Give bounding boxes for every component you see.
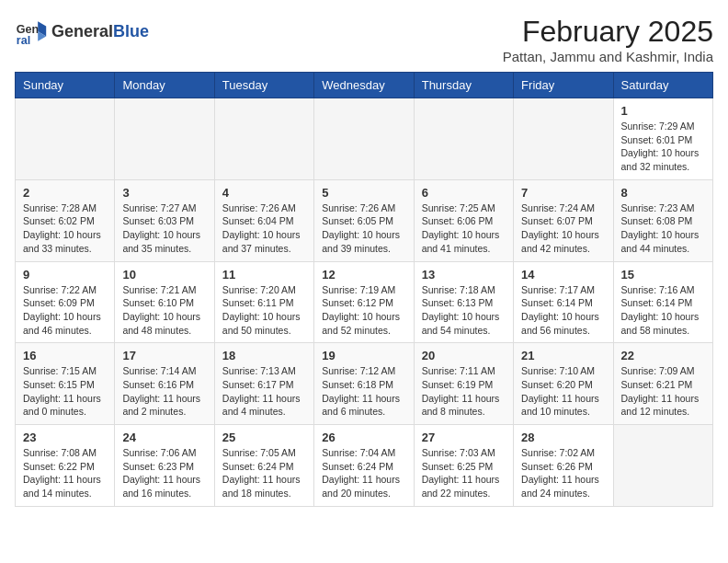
calendar-week-1: 1Sunrise: 7:29 AM Sunset: 6:01 PM Daylig…	[16, 98, 713, 180]
day-number: 1	[621, 104, 705, 118]
day-number: 3	[122, 186, 206, 200]
day-info: Sunrise: 7:25 AM Sunset: 6:06 PM Dayligh…	[422, 201, 506, 256]
day-info: Sunrise: 7:20 AM Sunset: 6:11 PM Dayligh…	[222, 283, 306, 338]
day-number: 2	[23, 186, 107, 200]
weekday-header-friday: Friday	[514, 73, 613, 98]
page-title: February 2025	[503, 15, 713, 49]
day-number: 10	[122, 268, 206, 282]
calendar-cell	[613, 425, 712, 507]
calendar-cell: 5Sunrise: 7:26 AM Sunset: 6:05 PM Daylig…	[314, 179, 414, 261]
day-info: Sunrise: 7:10 AM Sunset: 6:20 PM Dayligh…	[521, 364, 605, 419]
calendar-cell: 20Sunrise: 7:11 AM Sunset: 6:19 PM Dayli…	[414, 343, 513, 425]
calendar-cell	[414, 98, 513, 180]
calendar-cell: 4Sunrise: 7:26 AM Sunset: 6:04 PM Daylig…	[214, 179, 313, 261]
calendar-cell	[16, 98, 115, 180]
calendar-cell: 7Sunrise: 7:24 AM Sunset: 6:07 PM Daylig…	[514, 179, 613, 261]
day-info: Sunrise: 7:08 AM Sunset: 6:22 PM Dayligh…	[23, 446, 107, 500]
day-number: 13	[422, 268, 506, 282]
day-number: 27	[422, 431, 506, 444]
day-number: 5	[322, 186, 405, 200]
day-info: Sunrise: 7:06 AM Sunset: 6:23 PM Dayligh…	[122, 446, 206, 500]
day-info: Sunrise: 7:29 AM Sunset: 6:01 PM Dayligh…	[621, 120, 705, 174]
day-number: 12	[322, 268, 405, 282]
day-number: 8	[621, 186, 705, 200]
calendar-cell: 27Sunrise: 7:03 AM Sunset: 6:25 PM Dayli…	[414, 425, 513, 507]
day-number: 28	[521, 431, 605, 444]
calendar-cell: 21Sunrise: 7:10 AM Sunset: 6:20 PM Dayli…	[514, 343, 613, 425]
logo-icon: Gene ral	[15, 15, 48, 48]
title-area: February 2025 Pattan, Jammu and Kashmir,…	[503, 15, 713, 64]
day-info: Sunrise: 7:04 AM Sunset: 6:24 PM Dayligh…	[322, 446, 405, 500]
logo-general: General	[51, 22, 113, 40]
day-number: 19	[322, 349, 405, 362]
calendar-cell: 18Sunrise: 7:13 AM Sunset: 6:17 PM Dayli…	[214, 343, 313, 425]
weekday-header-thursday: Thursday	[414, 73, 513, 98]
day-number: 20	[422, 349, 506, 362]
weekday-header-monday: Monday	[115, 73, 214, 98]
header: Gene ral GeneralBlue February 2025 Patta…	[15, 15, 713, 64]
weekday-header-tuesday: Tuesday	[214, 73, 313, 98]
calendar-cell	[314, 98, 414, 180]
day-info: Sunrise: 7:05 AM Sunset: 6:24 PM Dayligh…	[222, 446, 306, 500]
calendar-cell	[115, 98, 214, 180]
day-number: 26	[322, 431, 405, 444]
day-info: Sunrise: 7:03 AM Sunset: 6:25 PM Dayligh…	[422, 446, 506, 500]
day-number: 4	[222, 186, 306, 200]
day-info: Sunrise: 7:14 AM Sunset: 6:16 PM Dayligh…	[122, 364, 206, 419]
day-info: Sunrise: 7:02 AM Sunset: 6:26 PM Dayligh…	[521, 446, 605, 500]
day-info: Sunrise: 7:11 AM Sunset: 6:19 PM Dayligh…	[422, 364, 506, 419]
weekday-header-wednesday: Wednesday	[314, 73, 414, 98]
calendar-cell: 3Sunrise: 7:27 AM Sunset: 6:03 PM Daylig…	[115, 179, 214, 261]
calendar-cell: 26Sunrise: 7:04 AM Sunset: 6:24 PM Dayli…	[314, 425, 414, 507]
calendar-week-3: 9Sunrise: 7:22 AM Sunset: 6:09 PM Daylig…	[16, 261, 713, 343]
calendar-cell: 14Sunrise: 7:17 AM Sunset: 6:14 PM Dayli…	[514, 261, 613, 343]
day-number: 6	[422, 186, 506, 200]
calendar-week-4: 16Sunrise: 7:15 AM Sunset: 6:15 PM Dayli…	[16, 343, 713, 425]
day-number: 24	[122, 431, 206, 444]
day-info: Sunrise: 7:21 AM Sunset: 6:10 PM Dayligh…	[122, 283, 206, 338]
weekday-header-saturday: Saturday	[613, 73, 712, 98]
logo-blue: Blue	[113, 22, 149, 40]
calendar-cell: 12Sunrise: 7:19 AM Sunset: 6:12 PM Dayli…	[314, 261, 414, 343]
day-info: Sunrise: 7:17 AM Sunset: 6:14 PM Dayligh…	[521, 283, 605, 338]
day-number: 16	[23, 349, 107, 362]
weekday-header-row: SundayMondayTuesdayWednesdayThursdayFrid…	[16, 73, 713, 98]
calendar-cell: 8Sunrise: 7:23 AM Sunset: 6:08 PM Daylig…	[613, 179, 712, 261]
logo: Gene ral GeneralBlue	[15, 15, 149, 48]
calendar-week-5: 23Sunrise: 7:08 AM Sunset: 6:22 PM Dayli…	[16, 425, 713, 507]
day-number: 18	[222, 349, 306, 362]
weekday-header-sunday: Sunday	[16, 73, 115, 98]
day-info: Sunrise: 7:18 AM Sunset: 6:13 PM Dayligh…	[422, 283, 506, 338]
calendar-cell: 15Sunrise: 7:16 AM Sunset: 6:14 PM Dayli…	[613, 261, 712, 343]
calendar-cell: 6Sunrise: 7:25 AM Sunset: 6:06 PM Daylig…	[414, 179, 513, 261]
calendar-cell: 10Sunrise: 7:21 AM Sunset: 6:10 PM Dayli…	[115, 261, 214, 343]
day-info: Sunrise: 7:27 AM Sunset: 6:03 PM Dayligh…	[122, 201, 206, 256]
day-info: Sunrise: 7:19 AM Sunset: 6:12 PM Dayligh…	[322, 283, 405, 338]
day-number: 25	[222, 431, 306, 444]
calendar-cell: 9Sunrise: 7:22 AM Sunset: 6:09 PM Daylig…	[16, 261, 115, 343]
day-number: 15	[621, 268, 705, 282]
calendar-cell: 2Sunrise: 7:28 AM Sunset: 6:02 PM Daylig…	[16, 179, 115, 261]
day-number: 17	[122, 349, 206, 362]
day-info: Sunrise: 7:24 AM Sunset: 6:07 PM Dayligh…	[521, 201, 605, 256]
day-info: Sunrise: 7:16 AM Sunset: 6:14 PM Dayligh…	[621, 283, 705, 338]
day-number: 9	[23, 268, 107, 282]
calendar-cell: 19Sunrise: 7:12 AM Sunset: 6:18 PM Dayli…	[314, 343, 414, 425]
day-info: Sunrise: 7:22 AM Sunset: 6:09 PM Dayligh…	[23, 283, 107, 338]
calendar-cell: 1Sunrise: 7:29 AM Sunset: 6:01 PM Daylig…	[613, 98, 712, 180]
day-number: 7	[521, 186, 605, 200]
calendar-cell: 25Sunrise: 7:05 AM Sunset: 6:24 PM Dayli…	[214, 425, 313, 507]
calendar-cell: 22Sunrise: 7:09 AM Sunset: 6:21 PM Dayli…	[613, 343, 712, 425]
calendar-cell: 11Sunrise: 7:20 AM Sunset: 6:11 PM Dayli…	[214, 261, 313, 343]
page-subtitle: Pattan, Jammu and Kashmir, India	[503, 49, 713, 64]
calendar-cell: 17Sunrise: 7:14 AM Sunset: 6:16 PM Dayli…	[115, 343, 214, 425]
svg-text:ral: ral	[17, 34, 30, 47]
day-info: Sunrise: 7:26 AM Sunset: 6:04 PM Dayligh…	[222, 201, 306, 256]
day-number: 23	[23, 431, 107, 444]
calendar-cell: 16Sunrise: 7:15 AM Sunset: 6:15 PM Dayli…	[16, 343, 115, 425]
calendar-cell: 28Sunrise: 7:02 AM Sunset: 6:26 PM Dayli…	[514, 425, 613, 507]
day-info: Sunrise: 7:09 AM Sunset: 6:21 PM Dayligh…	[621, 364, 705, 419]
day-info: Sunrise: 7:13 AM Sunset: 6:17 PM Dayligh…	[222, 364, 306, 419]
day-info: Sunrise: 7:12 AM Sunset: 6:18 PM Dayligh…	[322, 364, 405, 419]
calendar: SundayMondayTuesdayWednesdayThursdayFrid…	[15, 72, 713, 507]
